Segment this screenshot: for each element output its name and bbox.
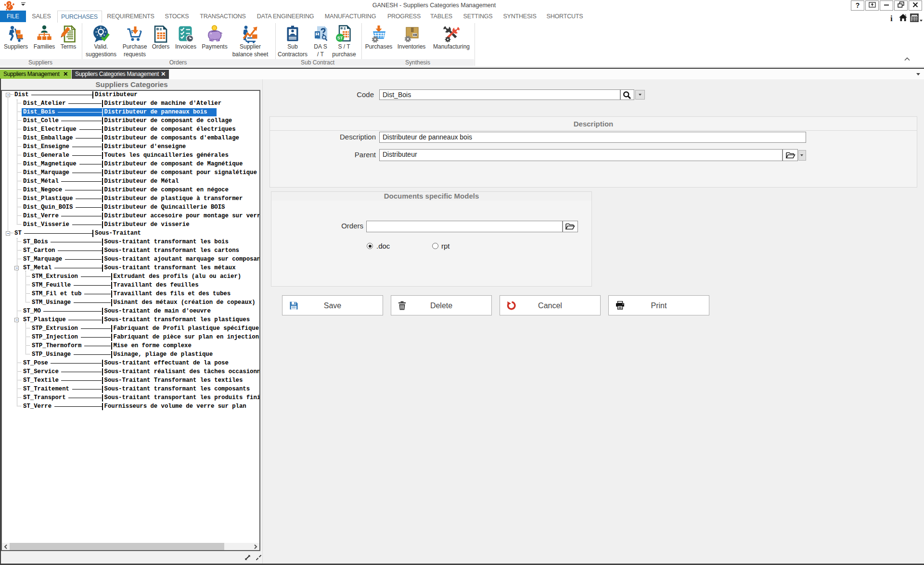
svg-text:ST: ST — [337, 36, 343, 40]
